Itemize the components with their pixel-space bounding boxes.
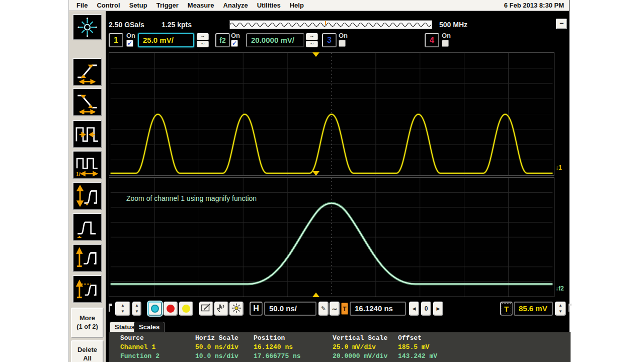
channel3-on-checkbox[interactable]	[339, 40, 346, 47]
col-header-source: Source	[120, 334, 144, 342]
horizontal-position-field[interactable]: 16.1240 ns	[350, 302, 406, 316]
trigger-level-stepper[interactable]: ▲ ▼	[555, 302, 566, 316]
trigger-level-field[interactable]: 85.6 mV	[514, 302, 553, 316]
pen-icon: ✎	[321, 305, 326, 312]
function2-scale-field[interactable]: 20.0000 mV/	[246, 33, 304, 47]
more-label-line2: (1 of 2)	[76, 323, 98, 330]
function2-on-checkbox[interactable]: ✓	[231, 40, 238, 47]
menu-trigger[interactable]: Trigger	[152, 2, 183, 9]
pulse-width-icon	[74, 122, 100, 146]
menu-measure[interactable]: Measure	[183, 2, 219, 9]
f2-position: 17.666775 ns	[254, 352, 301, 360]
pan-right-button[interactable]: ▶	[433, 302, 443, 316]
ch1-offset: 185.5 mV	[398, 343, 429, 351]
up-arrow-icon: ▲	[133, 303, 140, 309]
marker-stepper-left[interactable]: ▲ ▼	[115, 302, 130, 316]
menu-setup[interactable]: Setup	[125, 2, 152, 9]
tab-scales[interactable]: Scales	[134, 322, 165, 332]
channel3-button[interactable]: 3	[322, 33, 337, 47]
trigger-time-marker-top-icon[interactable]	[312, 52, 319, 57]
up-arrow-icon: ▲	[116, 303, 129, 309]
brightness-button[interactable]	[229, 302, 244, 316]
oscilloscope-window: File Control Setup Trigger Measure Analy…	[68, 0, 570, 362]
zero-position-button[interactable]: 0	[421, 302, 431, 316]
menu-bar: File Control Setup Trigger Measure Analy…	[69, 0, 569, 11]
down-arrow-icon: ▼	[133, 309, 140, 315]
red-marker-button[interactable]	[164, 302, 178, 316]
minimize-icon: −	[559, 19, 564, 27]
function2-ground-marker[interactable]: ↓f2	[555, 285, 564, 292]
col-header-offset: Offset	[398, 334, 422, 342]
menu-analyze[interactable]: Analyze	[219, 2, 253, 9]
check-icon: ✓	[127, 40, 132, 47]
channel4-on-checkbox[interactable]	[442, 40, 449, 47]
ch1-source: Channel 1	[120, 343, 155, 351]
base-button[interactable]	[72, 213, 102, 241]
acquisition-preview-bar[interactable]	[229, 20, 432, 29]
waveform-annotation: Zoom of channel 1 using magnify function	[126, 194, 257, 202]
autoscale-button[interactable]	[72, 14, 102, 40]
channel1-scale-field[interactable]: 25.0 mV/	[138, 33, 194, 47]
menu-control[interactable]: Control	[92, 2, 124, 9]
marker-a-icon[interactable]	[108, 303, 113, 313]
trigger-menu-button[interactable]: T	[500, 302, 513, 316]
pan-left-button[interactable]: ◀	[409, 302, 419, 316]
trigger-marker-icon[interactable]	[568, 303, 572, 313]
channel1-on-checkbox[interactable]: ✓	[126, 40, 133, 47]
channel1-waveform-grid[interactable]	[109, 52, 554, 176]
wave-icon[interactable]: ∼	[306, 41, 318, 48]
maximum-button[interactable]	[72, 244, 102, 272]
more-button[interactable]: More (1 of 2)	[71, 308, 104, 338]
function2-trace	[111, 203, 553, 284]
touch-button[interactable]	[214, 302, 228, 316]
channel1-button[interactable]: 1	[109, 33, 123, 47]
f2-offset: 143.242 mV	[398, 352, 437, 360]
cyan-marker-button[interactable]	[148, 302, 162, 316]
ch1-vertical: 25.0 mV/div	[333, 343, 376, 351]
horizontal-menu-button[interactable]: H	[250, 302, 263, 316]
hand-icon	[216, 303, 227, 314]
red-circle-icon	[167, 305, 175, 313]
fall-time-button[interactable]	[72, 88, 102, 116]
delete-label-line1: Delete	[77, 346, 97, 353]
left-arrow-icon: ◀	[413, 306, 416, 311]
maximum-icon	[74, 246, 100, 270]
function2-wave-buttons: ∼ ∼	[306, 33, 318, 47]
channel3-on-label: On	[339, 32, 348, 39]
minimize-button[interactable]: −	[556, 19, 567, 29]
clock: 6 Feb 2013 8:30 PM	[504, 2, 569, 9]
frequency-button[interactable]: 1/	[72, 151, 102, 179]
function2-button[interactable]: f2	[215, 33, 230, 47]
delete-all-button[interactable]: Delete All	[71, 340, 104, 362]
amplitude-button[interactable]	[72, 182, 102, 210]
trigger-time-marker-bottom-icon[interactable]	[312, 293, 319, 297]
pen-button[interactable]: ✎	[318, 302, 329, 316]
sine-button[interactable]: ∼	[330, 302, 340, 316]
col-header-position: Position	[254, 334, 285, 342]
trigger-time-marker-mid-icon[interactable]	[312, 171, 319, 176]
frequency-icon: 1/	[74, 153, 100, 177]
menu-help[interactable]: Help	[285, 2, 308, 9]
channel4-button[interactable]: 4	[425, 33, 439, 47]
menu-utilities[interactable]: Utilities	[253, 2, 285, 9]
wave-icon[interactable]: ∼	[197, 41, 209, 48]
overshoot-button[interactable]	[72, 275, 102, 303]
annotate-button[interactable]	[199, 302, 213, 316]
base-icon	[74, 215, 100, 239]
pulse-width-button[interactable]	[72, 120, 102, 148]
rise-time-button[interactable]	[72, 58, 102, 86]
timebase-field[interactable]: 50.0 ns/	[264, 302, 316, 316]
overshoot-icon	[74, 277, 100, 301]
trigger-flag-icon[interactable]: T	[341, 303, 348, 315]
yellow-circle-icon	[182, 305, 190, 313]
channel1-ground-marker[interactable]: ↓1	[555, 164, 562, 171]
yellow-marker-button[interactable]	[179, 302, 193, 316]
down-arrow-icon: ▼	[116, 309, 129, 315]
wave-icon[interactable]: ∼	[306, 33, 318, 40]
menu-file[interactable]: File	[72, 2, 92, 9]
wave-icon[interactable]: ∼	[197, 33, 209, 40]
function2-ground-label: f2	[558, 285, 564, 292]
marker-stepper-right[interactable]: ▲ ▼	[132, 302, 141, 316]
memory-depth: 1.25 kpts	[162, 21, 192, 29]
sample-rate: 2.50 GSa/s	[109, 21, 144, 29]
